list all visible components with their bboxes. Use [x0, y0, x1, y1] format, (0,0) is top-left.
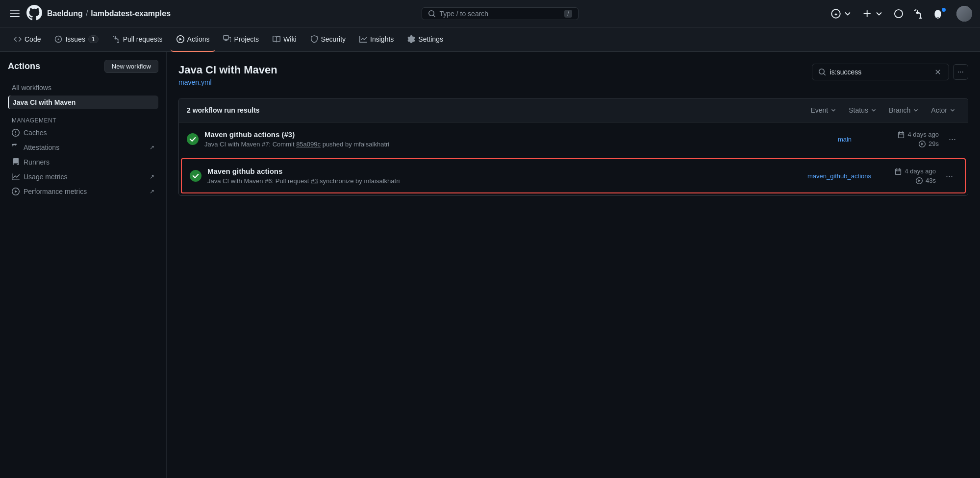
- run-pr-text: synchronize by mfaisalkhatri: [320, 177, 400, 185]
- run-duration: 29s: [929, 140, 939, 147]
- caches-icon: [12, 129, 20, 137]
- nav-settings[interactable]: Settings: [402, 27, 449, 52]
- workflow-file-link[interactable]: maven.yml: [178, 78, 277, 86]
- nav-projects[interactable]: Projects: [217, 27, 265, 52]
- actor-filter-label: Actor: [931, 106, 947, 114]
- nav-wiki[interactable]: Wiki: [267, 27, 302, 52]
- nav-security[interactable]: Security: [304, 27, 352, 52]
- github-logo[interactable]: [26, 5, 42, 22]
- run-subtitle-text: Java CI with Maven #7: Commit: [204, 141, 295, 148]
- sidebar-item-caches[interactable]: Caches: [8, 126, 158, 140]
- run-time-row: 4 days ago: [898, 131, 939, 138]
- sidebar-usage-metrics-label: Usage metrics: [24, 173, 67, 181]
- top-nav: Baeldung / lambdatest-examples Type / to…: [0, 0, 980, 27]
- repo-nav: Code Issues 1 Pull requests Actions Proj…: [0, 27, 980, 52]
- status-filter-dropdown[interactable]: Status: [845, 104, 881, 116]
- new-workflow-button[interactable]: New workflow: [104, 60, 158, 73]
- sidebar-item-usage-metrics[interactable]: Usage metrics ↗: [8, 170, 158, 184]
- run-more-button[interactable]: ···: [945, 132, 960, 146]
- svg-point-7: [58, 38, 59, 40]
- sidebar-active-workflow[interactable]: Java CI with Maven: [8, 96, 158, 109]
- new-dropdown-icon: [874, 9, 884, 19]
- run-info: Maven github actions (#3) Java CI with M…: [204, 130, 809, 148]
- global-search-bar[interactable]: Type / to search /: [422, 7, 578, 20]
- run-more-button-2[interactable]: ···: [942, 169, 957, 183]
- copilot-button[interactable]: ✦: [829, 7, 854, 21]
- sidebar-caches-label: Caches: [24, 129, 47, 137]
- notification-dot: [942, 8, 946, 12]
- attestations-external-icon: ↗: [150, 144, 154, 151]
- avatar[interactable]: [956, 6, 972, 22]
- copilot-icon: ✦: [831, 9, 841, 19]
- breadcrumb-repo[interactable]: lambdatest-examples: [91, 9, 171, 18]
- sidebar: Actions New workflow All workflows Java …: [0, 52, 167, 478]
- notifications-button[interactable]: [931, 7, 951, 21]
- run-branch-2[interactable]: maven_github_actions: [807, 172, 871, 180]
- run-branch[interactable]: main: [815, 136, 874, 143]
- clear-icon: [934, 68, 942, 76]
- plus-icon: [862, 9, 872, 19]
- content-header: Java CI with Maven maven.yml is:success …: [178, 64, 968, 86]
- svg-point-5: [895, 9, 903, 17]
- status-filter-label: Status: [849, 106, 868, 114]
- event-filter-dropdown[interactable]: Event: [806, 104, 841, 116]
- projects-nav-icon: [223, 35, 231, 43]
- new-button[interactable]: [860, 7, 886, 21]
- run-subtitle-2: Java CI with Maven #6: Pull request #3 s…: [207, 177, 802, 185]
- notifications-icon: [933, 9, 943, 19]
- branch-filter-dropdown[interactable]: Branch: [885, 104, 923, 116]
- breadcrumb-owner[interactable]: Baeldung: [47, 9, 83, 18]
- performance-metrics-icon: [12, 188, 20, 195]
- run-time-row-2: 4 days ago: [895, 167, 936, 175]
- sidebar-item-attestations[interactable]: Attestations ↗: [8, 141, 158, 154]
- sidebar-item-performance-metrics[interactable]: Performance metrics ↗: [8, 185, 158, 198]
- run-duration-2: 43s: [926, 177, 936, 184]
- filter-box: is:success ···: [812, 64, 968, 80]
- issues-button[interactable]: [892, 7, 905, 21]
- attestations-icon: [12, 143, 20, 151]
- breadcrumb: Baeldung / lambdatest-examples: [47, 9, 171, 18]
- run-success-icon: [187, 133, 199, 145]
- filter-search-icon: [818, 68, 826, 76]
- search-placeholder: Type / to search: [440, 10, 561, 18]
- hamburger-button[interactable]: [8, 7, 22, 21]
- branch-filter-label: Branch: [889, 106, 910, 114]
- nav-insights[interactable]: Insights: [353, 27, 400, 52]
- nav-pull-requests[interactable]: Pull requests: [106, 27, 169, 52]
- actor-filter-dropdown[interactable]: Actor: [927, 104, 960, 116]
- sidebar-item-runners[interactable]: Runners: [8, 155, 158, 169]
- sidebar-header: Actions New workflow: [8, 60, 158, 73]
- run-push-text: pushed by mfaisalkhatri: [323, 141, 390, 148]
- pull-requests-button[interactable]: [911, 7, 925, 21]
- filter-value: is:success: [830, 68, 929, 76]
- sidebar-all-workflows[interactable]: All workflows: [8, 81, 158, 95]
- nav-code[interactable]: Code: [8, 27, 47, 52]
- run-title-2[interactable]: Maven github actions: [207, 167, 802, 175]
- run-success-icon-2: [190, 170, 201, 182]
- sidebar-performance-metrics-label: Performance metrics: [24, 188, 87, 195]
- nav-right: ✦: [829, 6, 972, 22]
- avatar-image: [956, 6, 972, 22]
- clock-icon: [919, 141, 926, 147]
- run-subtitle: Java CI with Maven #7: Commit 85a099c pu…: [204, 141, 809, 148]
- filter-dropdowns: Event Status Branch Actor: [806, 104, 960, 116]
- usage-metrics-external-icon: ↗: [150, 173, 154, 180]
- breadcrumb-separator: /: [86, 9, 88, 18]
- security-nav-icon: [310, 35, 318, 43]
- svg-rect-2: [10, 16, 20, 17]
- code-icon: [14, 35, 22, 43]
- run-commit-link[interactable]: 85a099c: [296, 141, 321, 148]
- clear-filter-button[interactable]: [933, 67, 943, 77]
- nav-actions[interactable]: Actions: [171, 27, 216, 52]
- nav-issues[interactable]: Issues 1: [49, 27, 104, 52]
- filter-input[interactable]: is:success: [812, 64, 949, 80]
- copilot-dropdown-icon: [843, 9, 853, 19]
- more-options-button[interactable]: ···: [953, 64, 968, 80]
- workflow-runs-container: 2 workflow run results Event Status Bran…: [178, 98, 968, 196]
- main-layout: Actions New workflow All workflows Java …: [0, 52, 980, 478]
- insights-nav-icon: [359, 35, 367, 43]
- usage-metrics-icon: [12, 173, 20, 181]
- event-dropdown-chevron: [830, 107, 837, 114]
- run-title[interactable]: Maven github actions (#3): [204, 130, 809, 139]
- run-pr-link[interactable]: #3: [311, 177, 318, 185]
